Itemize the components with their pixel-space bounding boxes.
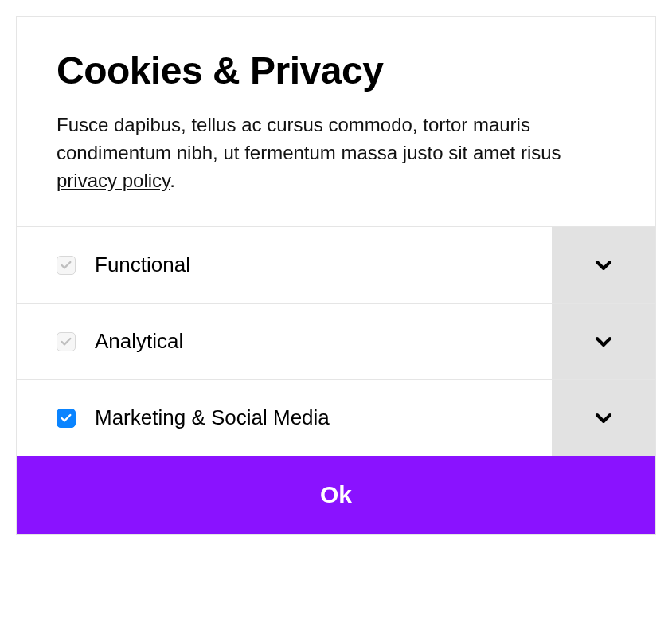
category-label: Functional [95,253,190,277]
category-row: Analytical [17,304,552,379]
category-row: Marketing & Social Media [17,380,552,456]
modal-header: Cookies & Privacy Fusce dapibus, tellus … [17,17,655,226]
ok-button[interactable]: Ok [17,456,655,534]
privacy-policy-link[interactable]: privacy policy [57,170,170,191]
expand-analytical-button[interactable] [552,304,655,379]
category-label: Marketing & Social Media [95,406,330,430]
check-icon [60,412,72,425]
check-icon [60,335,72,348]
check-icon [60,259,72,272]
modal-description: Fusce dapibus, tellus ac cursus commodo,… [57,112,615,194]
cookie-privacy-modal: Cookies & Privacy Fusce dapibus, tellus … [16,16,656,535]
checkbox-marketing[interactable] [57,409,76,428]
category-label: Analytical [95,329,183,354]
description-suffix: . [170,170,175,191]
expand-functional-button[interactable] [552,227,655,303]
chevron-down-icon [591,329,616,355]
description-text: Fusce dapibus, tellus ac cursus commodo,… [57,114,561,163]
modal-title: Cookies & Privacy [57,49,615,92]
category-marketing: Marketing & Social Media [17,380,655,456]
category-analytical: Analytical [17,304,655,380]
expand-marketing-button[interactable] [552,380,655,456]
category-list: Functional Analytical Marketin [17,226,655,456]
category-row: Functional [17,227,552,303]
category-functional: Functional [17,227,655,304]
checkbox-analytical [57,332,76,351]
checkbox-functional [57,256,76,275]
chevron-down-icon [591,406,616,431]
chevron-down-icon [591,253,616,278]
